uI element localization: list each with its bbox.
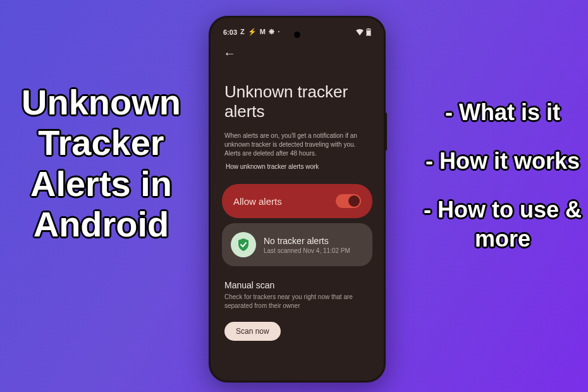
page-description: When alerts are on, you'll get a notific… (214, 129, 380, 161)
allow-alerts-card: Allow alerts (222, 184, 372, 218)
back-button[interactable]: ← (223, 46, 236, 61)
battery-icon (366, 28, 371, 36)
how-it-works-link[interactable]: How unknown tracker alerts work (214, 161, 380, 179)
allow-alerts-label: Allow alerts (233, 196, 282, 207)
svg-rect-1 (367, 28, 370, 30)
toggle-knob (348, 195, 360, 207)
svg-rect-2 (367, 30, 371, 35)
scan-now-button[interactable]: Scan now (224, 322, 281, 341)
promo-right-list: - What is it - How it works - How to use… (411, 98, 588, 273)
bullet-item: - How it works (411, 147, 588, 176)
tracker-status-title: No tracker alerts (264, 236, 350, 246)
phone-screen: 6:03 Z ⚡ M ❋ · ← Unknown tracker alerts … (214, 24, 380, 374)
allow-alerts-toggle[interactable] (336, 194, 361, 208)
tracker-status-subtitle: Last scanned Nov 4, 11:02 PM (264, 247, 350, 254)
bullet-item: - What is it (411, 98, 588, 128)
camera-punch-hole (294, 32, 300, 38)
phone-mockup: 6:03 Z ⚡ M ❋ · ← Unknown tracker alerts … (209, 16, 386, 383)
manual-scan-description: Check for trackers near you right now th… (224, 293, 370, 310)
shield-badge (231, 232, 256, 257)
power-button (385, 113, 387, 150)
shield-check-icon (236, 237, 251, 252)
wifi-icon (356, 29, 364, 35)
page-title: Unknown tracker alerts (214, 64, 380, 129)
status-time: 6:03 (223, 28, 237, 36)
status-indicators: Z ⚡ M ❋ · (240, 28, 280, 36)
tracker-status-card[interactable]: No tracker alerts Last scanned Nov 4, 11… (222, 223, 372, 266)
bullet-item: - How to use & more (411, 195, 588, 255)
manual-scan-title: Manual scan (224, 280, 370, 290)
manual-scan-section: Manual scan Check for trackers near you … (214, 271, 380, 315)
promo-left-title: Unknown Tracker Alerts in Android (0, 82, 202, 245)
